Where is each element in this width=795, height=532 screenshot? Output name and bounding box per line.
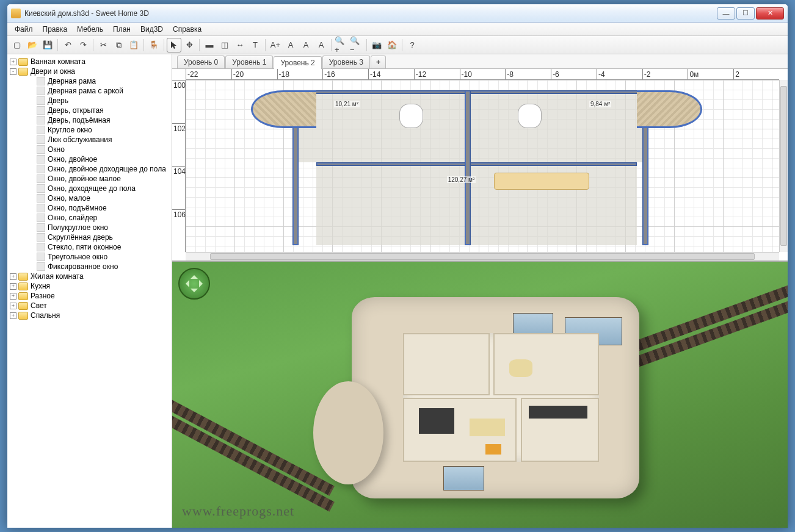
- home-photo-button[interactable]: 🏠: [385, 38, 399, 52]
- save-button[interactable]: 💾: [40, 38, 55, 52]
- tree-folder[interactable]: +Свет: [9, 301, 170, 311]
- tree-label: Свет: [31, 301, 47, 310]
- select-button[interactable]: [167, 38, 181, 52]
- expand-toggle-icon[interactable]: +: [10, 59, 16, 65]
- paste-button[interactable]: 📋: [126, 38, 141, 52]
- nav-right-icon[interactable]: [199, 280, 206, 287]
- tree-folder[interactable]: +Ванная комната: [9, 57, 170, 66]
- menu-вид3d[interactable]: Вид3D: [136, 24, 168, 35]
- app-window: Киевский дом.sh3d - Sweet Home 3D — ☐ ✕ …: [7, 4, 788, 528]
- undo-button[interactable]: ↶: [60, 38, 75, 52]
- tree-item[interactable]: Окно, малое: [9, 193, 170, 203]
- A-bold-button[interactable]: A: [299, 38, 313, 52]
- zoom-in-button[interactable]: 🔍+: [334, 38, 349, 52]
- tree-item[interactable]: Полукруглое окно: [9, 223, 170, 232]
- level-tab[interactable]: Уровень 3: [322, 56, 370, 68]
- maximize-button[interactable]: ☐: [736, 7, 755, 20]
- room-button[interactable]: ◫: [217, 38, 232, 52]
- tree-item[interactable]: Окно, доходящее до пола: [9, 184, 170, 193]
- copy-button[interactable]: ⧉: [111, 38, 126, 52]
- close-button[interactable]: ✕: [756, 7, 784, 20]
- scrollbar-horizontal[interactable]: [186, 252, 779, 261]
- text-button[interactable]: T: [248, 38, 263, 52]
- tree-item[interactable]: Люк обслуживания: [9, 135, 170, 145]
- view3d-pane[interactable]: www.freeprogs.net: [172, 262, 788, 528]
- tree-item[interactable]: Скруглённая дверь: [9, 232, 170, 242]
- nav-compass[interactable]: [178, 268, 210, 300]
- tree-item[interactable]: Дверная рама: [9, 76, 170, 86]
- catalog-tree[interactable]: +Ванная комната-Двери и окнаДверная рама…: [7, 54, 172, 528]
- expand-toggle-icon[interactable]: -: [10, 68, 16, 75]
- expand-toggle-icon[interactable]: +: [10, 303, 16, 309]
- expand-toggle-icon[interactable]: +: [10, 283, 16, 290]
- tree-item[interactable]: Круглое окно: [9, 125, 170, 135]
- item-icon: [37, 214, 45, 222]
- tree-item[interactable]: Дверь, открытая: [9, 106, 170, 115]
- cut-button[interactable]: ✂: [96, 38, 111, 52]
- tree-item[interactable]: Стекло, пяти оконное: [9, 242, 170, 252]
- A-color-button[interactable]: A: [283, 38, 298, 52]
- item-icon: [37, 96, 45, 105]
- room-area-label: 9,84 м²: [589, 101, 611, 107]
- ruler-tick: -2: [642, 69, 688, 79]
- tree-item[interactable]: Дверь, подъёмная: [9, 115, 170, 125]
- nav-down-icon[interactable]: [191, 289, 198, 296]
- sofa: [494, 173, 589, 190]
- scrollbar-thumb[interactable]: [780, 86, 787, 246]
- scrollbar-vertical[interactable]: [779, 80, 788, 252]
- tree-item[interactable]: Дверь: [9, 96, 170, 106]
- table-3d: [485, 444, 501, 455]
- tree-item[interactable]: Дверная рама с аркой: [9, 86, 170, 96]
- A-italic-button[interactable]: A: [314, 38, 329, 52]
- tree-item[interactable]: Треугольное окно: [9, 252, 170, 262]
- level-tab[interactable]: Уровень 2: [274, 56, 321, 69]
- zoom-out-button[interactable]: 🔍−: [349, 38, 364, 52]
- minimize-button[interactable]: —: [717, 7, 735, 20]
- pan-button[interactable]: ✥: [182, 38, 197, 52]
- tree-item[interactable]: Окно, двойное: [9, 154, 170, 164]
- menu-справка[interactable]: Справка: [168, 24, 206, 35]
- help-button[interactable]: ?: [405, 38, 419, 52]
- tree-folder[interactable]: +Кухня: [9, 281, 170, 291]
- tree-item[interactable]: Окно, двойное малое: [9, 174, 170, 184]
- tree-folder[interactable]: +Спальня: [9, 311, 170, 320]
- level-tab[interactable]: Уровень 0: [177, 56, 225, 68]
- window-title: Киевский дом.sh3d - Sweet Home 3D: [24, 9, 717, 18]
- level-tab[interactable]: Уровень 1: [225, 56, 273, 68]
- tree-label: Окно, малое: [48, 194, 90, 203]
- camera-button[interactable]: 📷: [369, 38, 384, 52]
- item-icon: [37, 106, 45, 115]
- add-level-button[interactable]: +: [371, 56, 386, 68]
- menu-план[interactable]: План: [108, 24, 136, 35]
- tree-folder[interactable]: +Жилая комната: [9, 271, 170, 281]
- nav-left-icon[interactable]: [182, 280, 189, 287]
- redo-button[interactable]: ↷: [76, 38, 90, 52]
- tree-item[interactable]: Окно: [9, 145, 170, 154]
- menu-мебель[interactable]: Мебель: [72, 24, 108, 35]
- expand-toggle-icon[interactable]: +: [10, 293, 16, 300]
- tree-folder[interactable]: -Двери и окна: [9, 66, 170, 76]
- tree-item[interactable]: Окно, двойное доходящее до пола: [9, 164, 170, 174]
- tree-item[interactable]: Фиксированное окно: [9, 262, 170, 271]
- expand-toggle-icon[interactable]: +: [10, 312, 16, 319]
- tree-item[interactable]: Окно, слайдер: [9, 213, 170, 223]
- new-button[interactable]: ▢: [10, 38, 24, 52]
- tree-label: Фиксированное окно: [48, 262, 118, 271]
- dimension-button[interactable]: ↔: [233, 38, 247, 52]
- titlebar: Киевский дом.sh3d - Sweet Home 3D — ☐ ✕: [7, 4, 788, 23]
- scrollbar-thumb[interactable]: [210, 253, 755, 260]
- nav-up-icon[interactable]: [191, 271, 198, 279]
- tree-folder[interactable]: +Разное: [9, 291, 170, 301]
- expand-toggle-icon[interactable]: +: [10, 273, 16, 280]
- plan-canvas[interactable]: 10,21 м² 9,84 м² 120,27 м²: [186, 80, 779, 252]
- add-furniture-button[interactable]: 🪑: [147, 38, 161, 52]
- menu-правка[interactable]: Правка: [38, 24, 73, 35]
- tree-label: Жилая комната: [31, 272, 84, 281]
- tree-item[interactable]: Окно, подъёмное: [9, 203, 170, 213]
- menubar: ФайлПравкаМебельПланВид3DСправка: [7, 23, 788, 36]
- open-button[interactable]: 📂: [25, 38, 40, 52]
- menu-файл[interactable]: Файл: [10, 24, 38, 35]
- plan-view[interactable]: -22-20-18-16-14-12-10-8-6-4-20м2 1001021…: [172, 69, 788, 261]
- A-plus-button[interactable]: A+: [268, 38, 283, 52]
- wall-button[interactable]: ▬: [202, 38, 217, 52]
